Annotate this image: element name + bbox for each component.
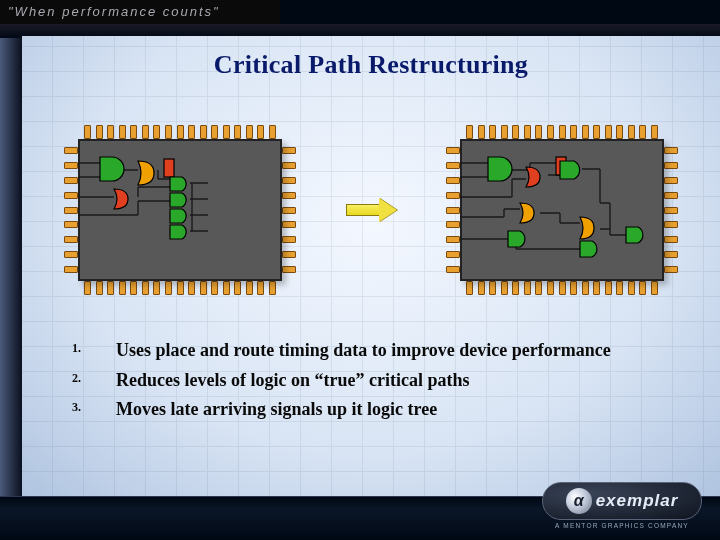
pins-right: [282, 147, 296, 273]
diagram-row: [22, 110, 720, 310]
logo-glyph-icon: α: [566, 488, 592, 514]
svg-rect-0: [164, 159, 174, 177]
chip-after: [446, 125, 678, 295]
bullet-list: Uses place and route timing data to impr…: [72, 336, 682, 425]
slide-content: Critical Path Restructuring: [22, 36, 720, 496]
arrow-body: [346, 204, 380, 216]
logo: α exemplar A MENTOR GRAPHICS COMPANY: [542, 482, 702, 534]
pins-left: [64, 147, 78, 273]
chip-before: [64, 125, 296, 295]
logic-before: [78, 139, 282, 281]
tagline-bar: "When performance counts": [0, 0, 280, 24]
bullet-item: Moves late arriving signals up it logic …: [72, 395, 682, 425]
pins-left: [446, 147, 460, 273]
logic-after: [460, 139, 664, 281]
logo-pill: α exemplar: [542, 482, 702, 520]
arrow-head-icon: [379, 198, 397, 222]
transform-arrow: [346, 198, 396, 222]
logo-subtitle: A MENTOR GRAPHICS COMPANY: [555, 522, 689, 529]
logo-text: exemplar: [596, 491, 679, 511]
pins-bottom: [84, 281, 276, 295]
bullet-item: Uses place and route timing data to impr…: [72, 336, 682, 366]
tagline-text: "When performance counts": [8, 4, 220, 19]
left-rail: [0, 38, 22, 540]
pins-top: [466, 125, 658, 139]
pins-bottom: [466, 281, 658, 295]
pins-right: [664, 147, 678, 273]
pins-top: [84, 125, 276, 139]
bullet-item: Reduces levels of logic on “true” critic…: [72, 366, 682, 396]
